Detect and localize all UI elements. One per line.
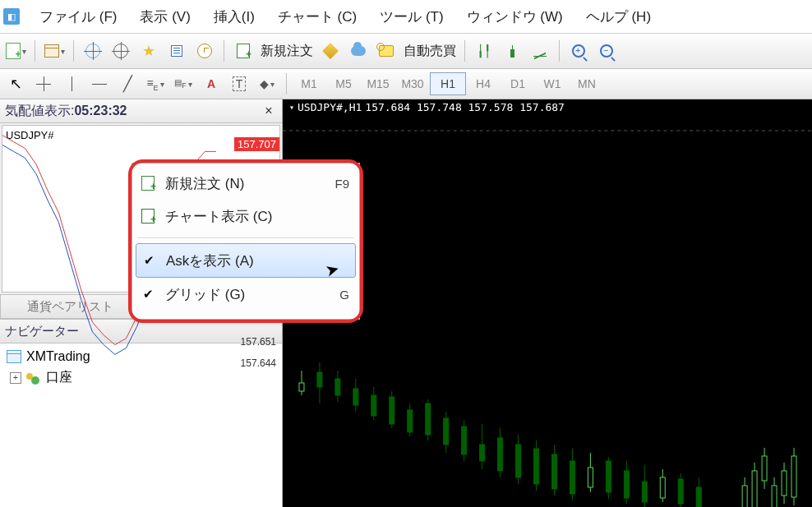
svg-rect-50 [752,471,757,507]
favorites-button[interactable]: ★ [136,39,161,63]
chart-plus-icon [139,209,157,224]
candle-chart-icon [510,45,514,58]
menu-view[interactable]: 表示 (V) [128,4,201,30]
svg-rect-8 [353,389,358,405]
trendline-tool[interactable]: ╱ [115,71,140,96]
svg-rect-16 [426,403,431,435]
crosshair-toggle[interactable] [108,39,133,63]
chevron-down-icon: ▾ [188,80,192,89]
context-grid[interactable]: ✔ グリッド (G) G [134,278,358,311]
line-chart-icon [533,45,547,57]
menu-tools[interactable]: ツール (T) [368,4,454,30]
menu-window[interactable]: ウィンドウ (W) [455,4,574,30]
vertical-line-icon [72,76,72,91]
menu-bar: ◧ ファイル (F) 表示 (V) 挿入(I) チャート (C) ツール (T)… [0,0,812,34]
chart-area[interactable]: ▾ USDJPY#,H1 157.684 157.748 157.578 157… [283,99,812,507]
fibo-tool[interactable]: ▤F▾ [171,71,196,96]
tf-h1[interactable]: H1 [430,72,466,95]
list-icon [171,45,182,57]
basket-icon [379,45,394,57]
datawindow-button[interactable] [164,39,189,63]
svg-rect-10 [371,395,376,416]
menu-file[interactable]: ファイル (F) [28,4,128,30]
check-icon: ✔ [139,287,157,302]
shapes-icon: ◆ [260,77,269,90]
cursor-tool[interactable]: ↖ [3,71,28,96]
chevron-down-icon: ▾ [61,47,65,56]
close-icon[interactable]: × [261,104,277,118]
context-separator [137,237,354,238]
candle-chart-button[interactable] [500,39,524,63]
sheet-plus-icon [139,176,157,191]
menu-chart[interactable]: チャート (C) [266,4,368,30]
main-toolbar: ▾ ▾ ★ 新規注文 自動売買 ╽╿ + − [0,34,812,69]
svg-rect-12 [390,397,394,424]
vertical-line-tool[interactable] [59,71,84,96]
context-shortcut: F9 [334,177,349,191]
horizontal-line-tool[interactable] [87,71,112,96]
new-order-button[interactable] [231,39,256,63]
navigator-accounts[interactable]: + 口座 [7,366,275,389]
tf-m5[interactable]: M5 [326,73,361,94]
text-label-icon: T [233,76,247,91]
strategy-tester-button[interactable] [192,39,217,63]
menu-help[interactable]: ヘルプ (H) [574,4,662,30]
profiles-button[interactable]: ▾ [42,39,67,63]
svg-rect-36 [606,461,611,492]
svg-rect-54 [772,486,777,507]
svg-rect-14 [408,410,413,432]
accounts-icon [26,371,41,385]
tf-m15[interactable]: M15 [361,73,395,94]
tf-mn[interactable]: MN [570,73,604,94]
crosshair-tool[interactable] [31,71,56,96]
shapes-tool[interactable]: ◆▾ [255,71,279,96]
tf-h4[interactable]: H4 [466,73,501,94]
crosshair-icon [113,44,128,58]
bar-chart-button[interactable]: ╽╿ [472,39,496,63]
text-label-tool[interactable]: T [227,71,251,96]
tf-m1[interactable]: M1 [292,73,326,94]
line-chart-button[interactable] [528,39,552,63]
svg-rect-44 [678,479,683,504]
new-chart-button[interactable]: ▾ [3,39,28,63]
market-watch-header: 気配値表示: 05:23:32 × [0,99,282,123]
candle-svg [283,99,812,507]
zoom-in-button[interactable]: + [566,39,591,63]
text-icon: A [207,77,215,90]
signals-button[interactable] [346,39,371,63]
context-show-ask[interactable]: ✔ Askを表示 (A) [136,243,356,278]
sheet-plus-icon [237,44,250,58]
equidistant-tool[interactable]: ≡E▾ [143,71,168,96]
auto-trade-label[interactable]: 自動売買 [400,43,459,60]
market-watch-title-prefix: 気配値表示: [5,103,74,120]
menu-insert[interactable]: 挿入(I) [202,4,266,30]
new-order-label[interactable]: 新規注文 [257,43,316,60]
clock-icon [197,44,212,58]
context-label: グリッド (G) [165,285,331,304]
context-new-order[interactable]: 新規注文 (N) F9 [134,167,358,200]
navigator-accounts-label: 口座 [46,369,72,386]
svg-rect-30 [551,454,556,489]
metaquotes-button[interactable] [318,39,343,63]
tf-d1[interactable]: D1 [501,73,535,94]
svg-rect-32 [570,461,574,494]
tf-m30[interactable]: M30 [395,73,430,94]
market-watch-icon [85,44,100,58]
market-watch-button[interactable] [81,39,105,63]
market-watch-time: 05:23:32 [74,104,127,118]
svg-rect-48 [742,486,747,507]
horizontal-line-icon [92,84,107,85]
drawing-toolbar: ↖ ╱ ≡E▾ ▤F▾ A T ◆▾ M1 M5 M15 M30 H1 H4 D… [0,69,812,99]
context-chart-window[interactable]: チャート表示 (C) [134,200,358,233]
chevron-down-icon: ▾ [22,47,26,56]
check-icon: ✔ [140,253,158,268]
market-button[interactable] [374,39,399,63]
cursor-icon: ↖ [10,75,22,93]
zoom-out-button[interactable]: − [594,39,619,63]
tick-price-tag: 157.707 [234,137,279,151]
chevron-down-icon: ▾ [160,80,164,89]
tf-w1[interactable]: W1 [535,73,570,94]
text-tool[interactable]: A [199,71,224,96]
tick-axis-label: 157.651 [241,336,276,348]
tree-expand-icon[interactable]: + [10,372,21,384]
